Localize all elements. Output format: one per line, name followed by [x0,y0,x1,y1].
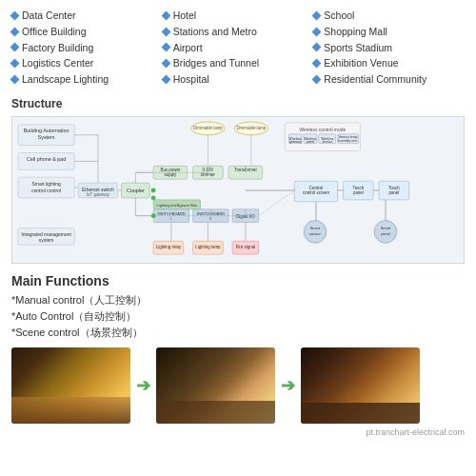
app-item: School [313,8,465,24]
svg-text:System: System [38,134,56,140]
bottom-images: ➔ ➔ [11,347,465,424]
structure-title: Structure [11,97,465,110]
app-item: Airport [163,40,314,56]
app-label: Stations and Metro [173,24,257,40]
diagram-svg: Building Automation System Cell phone & … [12,117,464,263]
svg-text:IoT gateway: IoT gateway [87,192,110,197]
room-image-3 [301,347,420,424]
svg-text:gateway: gateway [289,140,302,144]
svg-text:dimmer: dimmer [201,172,215,177]
diamond-icon [161,43,170,52]
app-col-1: Data Center Office Building Factory Buil… [11,8,163,88]
svg-text:Smart: Smart [381,226,391,230]
diamond-icon [312,10,322,20]
app-label: Exhibition Venue [324,55,398,71]
svg-text:Smart lighting: Smart lighting [32,182,61,187]
svg-text:Lighting intelligence Bus: Lighting intelligence Bus [157,203,197,208]
app-item: Office Building [11,24,163,40]
room-image-1 [11,347,130,424]
svg-point-100 [151,195,156,200]
diamond-icon [312,27,322,36]
function-item-3: *Scene control（场景控制） [11,326,465,340]
svg-text:Dimmable lamp: Dimmable lamp [193,126,223,130]
applications-grid: Data Center Office Building Factory Buil… [11,8,465,88]
svg-text:humidity sen.: humidity sen. [338,139,357,143]
app-label: Sports Stadium [324,40,392,56]
svg-text:Lighting lamp: Lighting lamp [195,245,221,249]
diamond-icon [161,75,170,85]
app-item: Hospital [163,71,314,88]
svg-text:supply: supply [165,172,178,177]
structure-diagram: Building Automation System Cell phone & … [11,116,465,264]
app-label: Hotel [173,8,197,24]
svg-text:control control: control control [31,188,61,193]
app-col-3: School Shopping Mall Sports Stadium Exhi… [313,8,465,88]
svg-text:sensor: sensor [323,140,333,144]
room-image-2 [156,347,275,424]
svg-text:sensor: sensor [309,231,322,236]
arrow-icon-2: ➔ [281,375,295,396]
svg-text:I: I [170,216,171,221]
svg-point-101 [151,213,156,218]
watermark-text: pt.tranchart-electrical.com [11,427,465,437]
diamond-icon [10,75,20,85]
app-label: School [324,8,354,24]
app-label: Shopping Mall [324,24,387,40]
svg-text:panel: panel [388,190,399,195]
svg-text:Smart: Smart [310,226,321,230]
app-item: Sports Stadium [313,40,465,56]
diamond-icon [161,27,170,36]
app-item: Bridges and Tunnel [163,55,314,71]
app-item: Factory Building [11,40,163,56]
svg-text:Fire signal: Fire signal [236,245,255,249]
app-label: Residential Community [324,71,426,88]
diamond-icon [10,59,20,69]
diamond-icon [161,59,170,69]
svg-text:Dimmable lamp: Dimmable lamp [236,126,266,130]
app-item: Exhibition Venue [313,55,465,71]
svg-text:panel: panel [353,190,364,195]
svg-text:Integrated management: Integrated management [21,232,71,237]
app-item: Data Center [11,8,163,24]
app-label: Bridges and Tunnel [173,55,259,71]
diamond-icon [10,27,20,36]
svg-text:system: system [39,238,54,243]
svg-text:II: II [209,216,211,221]
svg-text:panel: panel [381,231,390,236]
app-item: Logistics Center [11,55,163,71]
app-label: Airport [173,40,203,56]
diamond-icon [312,43,322,52]
app-col-2: Hotel Stations and Metro Airport Bridges… [163,8,314,88]
function-item-1: *Manual control（人工控制） [11,293,465,307]
function-item-2: *Auto Control（自动控制） [11,309,465,324]
app-item: Landscape Lighting [11,71,163,88]
arrow-icon-1: ➔ [136,375,150,396]
page: Data Center Office Building Factory Buil… [0,0,476,445]
app-label: Hospital [173,71,209,88]
main-functions-title: Main Functions [11,273,465,288]
app-item: Residential Community [313,71,465,88]
app-label: Office Building [22,24,87,40]
app-item: Stations and Metro [163,24,314,40]
diamond-icon [10,43,20,52]
svg-text:control screen: control screen [303,190,329,195]
app-label: Logistics Center [22,55,93,71]
svg-text:Wireless control mode: Wireless control mode [299,128,346,132]
svg-text:Cell phone & pad: Cell phone & pad [27,156,66,162]
app-item: Hotel [163,8,314,24]
diamond-icon [312,75,322,85]
diamond-icon [312,59,322,69]
app-label: Factory Building [22,40,93,56]
svg-point-99 [151,188,156,193]
app-item: Shopping Mall [313,24,465,40]
diamond-icon [161,10,170,20]
svg-text:Coupler: Coupler [127,188,145,193]
svg-text:Lighting relay: Lighting relay [156,245,182,249]
svg-text:Building Automation: Building Automation [24,128,69,133]
app-label: Landscape Lighting [22,71,109,88]
svg-text:panel: panel [307,140,315,144]
diamond-icon [10,10,20,20]
app-label: Data Center [22,8,76,24]
